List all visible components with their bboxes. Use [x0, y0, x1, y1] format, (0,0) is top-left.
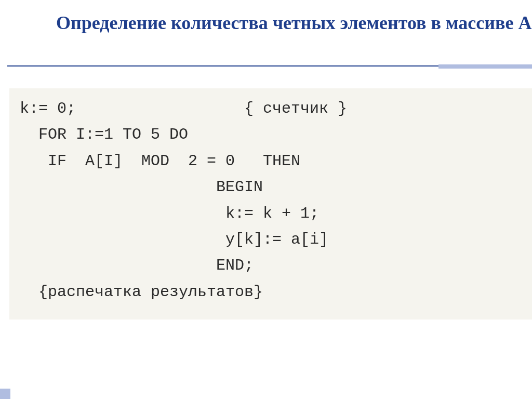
code-line-4: BEGIN: [20, 174, 522, 200]
code-line-1: k:= 0; { счетчик }: [20, 96, 522, 122]
footer-accent: [0, 389, 10, 399]
code-line-7: END;: [20, 252, 522, 278]
header-area: Определение количества четных элементов …: [0, 0, 532, 35]
slide-title: Определение количества четных элементов …: [56, 11, 532, 35]
code-block: k:= 0; { счетчик } FOR I:=1 TO 5 DO IF A…: [9, 88, 532, 320]
title-underline: [0, 65, 532, 70]
code-line-6: y[k]:= a[i]: [20, 227, 522, 252]
slide-container: Определение количества четных элементов …: [0, 0, 532, 399]
code-line-2: FOR I:=1 TO 5 DO: [20, 122, 522, 148]
code-line-3: IF A[I] MOD 2 = 0 THEN: [20, 148, 522, 174]
underline-accent: [438, 64, 532, 69]
code-line-9: {распечатка результатов}: [20, 279, 522, 305]
code-line-5: k:= k + 1;: [20, 201, 522, 227]
